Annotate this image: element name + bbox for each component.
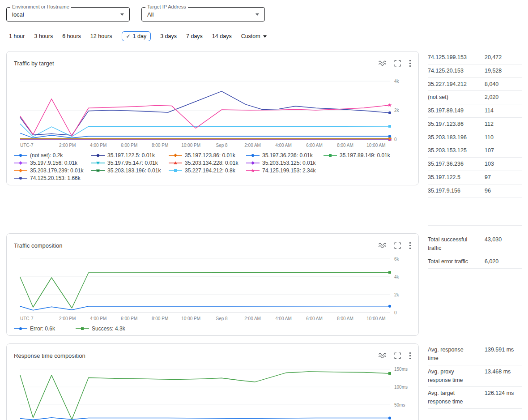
environment-select-value: local	[12, 11, 24, 18]
legend-item[interactable]: 35.203.183.196: 0.01k	[91, 167, 169, 174]
legend-item[interactable]: Success: 4.3k	[76, 326, 125, 332]
series-marker-icon	[169, 168, 182, 173]
legend-item[interactable]: 35.197.95.147: 0.01k	[91, 160, 169, 166]
legend-item[interactable]: 35.197.122.5: 0.01k	[91, 152, 169, 159]
legend-item[interactable]: 35.197.123.86: 0.01k	[169, 152, 246, 159]
legend-label: (not set): 0.2k	[30, 152, 63, 159]
legend-item[interactable]: 35.197.36.236: 0.01k	[246, 152, 324, 159]
legend-item[interactable]: 35.203.179.239: 0.01k	[14, 167, 91, 174]
time-range-selector: 1 hour3 hours6 hours12 hours✓1 day3 days…	[0, 21, 528, 39]
traffic-by-target-row: Traffic by target 02k4kUTC-72:00 PM4:00 …	[6, 51, 522, 226]
time-range-7-days[interactable]: 7 days	[186, 33, 203, 39]
svg-text:2:00 AM: 2:00 AM	[244, 143, 261, 148]
table-row-value: 13.468 ms	[485, 368, 511, 376]
svg-text:Sep 8: Sep 8	[216, 143, 228, 148]
time-range-label: 14 days	[212, 33, 232, 39]
response-time-table: Avg. response time139.591 msAvg. proxy r…	[428, 343, 522, 409]
chart-style-icon[interactable]	[378, 352, 386, 359]
svg-text:10:00 AM: 10:00 AM	[366, 316, 385, 321]
table-row-value: 103	[485, 160, 494, 168]
legend-label: 74.125.20.153: 1.66k	[30, 175, 81, 181]
more-options-icon[interactable]	[409, 60, 411, 67]
table-row: (not set)2,020	[428, 91, 522, 104]
card-actions	[378, 352, 411, 360]
fullscreen-icon[interactable]	[394, 352, 401, 359]
time-range-label: 7 days	[186, 33, 203, 39]
check-icon: ✓	[126, 33, 131, 39]
more-options-icon[interactable]	[409, 352, 411, 360]
time-range-6-hours[interactable]: 6 hours	[62, 33, 81, 39]
legend-label: 35.197.9.156: 0.01k	[30, 160, 77, 166]
svg-text:4k: 4k	[394, 79, 400, 84]
table-row: Total error traffic6,020	[428, 255, 522, 269]
dropdown-caret-icon	[120, 13, 124, 16]
series-marker-icon	[14, 153, 27, 158]
table-row: 35.197.9.15696	[428, 184, 522, 198]
response-time-row: Response time composition 050ms100ms150m…	[6, 343, 522, 420]
series-marker-icon	[14, 326, 27, 331]
dropdown-caret-icon	[255, 13, 259, 16]
table-row-label: Total successful traffic	[428, 236, 474, 253]
fullscreen-icon[interactable]	[394, 60, 401, 67]
table-row-label: 35.197.9.156	[428, 187, 474, 195]
legend-item[interactable]: (not set): 0.2k	[14, 152, 91, 159]
time-range-14-days[interactable]: 14 days	[212, 33, 232, 39]
filters-row: Environment or Hostname local Target IP …	[0, 0, 528, 21]
svg-text:4k: 4k	[394, 274, 400, 279]
chart-style-icon[interactable]	[378, 242, 386, 249]
environment-select[interactable]: Environment or Hostname local	[6, 7, 130, 21]
svg-text:4:00 AM: 4:00 AM	[275, 316, 292, 321]
svg-text:2:00 AM: 2:00 AM	[244, 316, 261, 321]
table-row: 35.227.194.2128,040	[428, 78, 522, 91]
table-row-value: 112	[485, 120, 494, 129]
legend-label: 35.197.122.5: 0.01k	[107, 152, 155, 159]
traffic-composition-table: Total successful traffic43,030Total erro…	[428, 233, 522, 268]
card-title: Response time composition	[14, 352, 85, 359]
time-range-label: 1 day	[133, 33, 147, 39]
table-row-value: 110	[485, 133, 494, 142]
svg-text:6:00 PM: 6:00 PM	[121, 316, 137, 321]
legend-item[interactable]: 35.203.153.125: 0.01k	[246, 160, 324, 166]
card-title: Traffic composition	[14, 242, 62, 249]
legend-item[interactable]: Error: 0.6k	[14, 326, 55, 332]
table-row-label: 74.125.20.153	[428, 67, 474, 75]
legend-item[interactable]: 35.227.194.212: 0.8k	[169, 167, 246, 174]
time-range-label: 6 hours	[62, 33, 81, 39]
legend-label: 35.197.89.149: 0.01k	[340, 152, 390, 159]
svg-text:8:00 AM: 8:00 AM	[337, 143, 353, 148]
series-marker-icon	[14, 176, 27, 181]
chart-style-icon[interactable]	[378, 60, 386, 67]
legend-item[interactable]: 35.197.89.149: 0.01k	[324, 152, 401, 159]
table-row-label: 35.197.123.86	[428, 120, 474, 129]
target-ip-select-label: Target IP Address	[145, 4, 188, 9]
legend-label: 35.197.123.86: 0.01k	[185, 152, 235, 159]
fullscreen-icon[interactable]	[394, 242, 401, 249]
table-row: 35.197.89.149114	[428, 104, 522, 118]
svg-text:10:00 PM: 10:00 PM	[181, 143, 200, 148]
legend-item[interactable]: 74.125.20.153: 1.66k	[14, 175, 91, 181]
legend-item[interactable]: 35.203.134.228: 0.01k	[169, 160, 246, 166]
legend-item[interactable]: 35.197.9.156: 0.01k	[14, 160, 91, 166]
svg-text:0: 0	[394, 137, 397, 142]
time-range-1-hour[interactable]: 1 hour	[9, 33, 25, 39]
svg-text:UTC-7: UTC-7	[20, 143, 34, 148]
time-range-1-day[interactable]: ✓1 day	[122, 31, 151, 41]
series-marker-icon	[246, 160, 260, 166]
series-marker-icon	[91, 160, 105, 166]
svg-text:UTC-7: UTC-7	[20, 316, 34, 321]
svg-text:6:00 PM: 6:00 PM	[121, 143, 137, 148]
time-range-custom[interactable]: Custom	[241, 33, 267, 39]
target-ip-select[interactable]: Target IP Address All	[141, 7, 265, 21]
table-row-label: (not set)	[428, 93, 474, 102]
traffic-by-target-chart: 02k4kUTC-72:00 PM4:00 PM6:00 PM8:00 PM10…	[14, 69, 411, 151]
card-traffic-by-target: Traffic by target 02k4kUTC-72:00 PM4:00 …	[6, 51, 419, 185]
traffic-by-target-legend: (not set): 0.2k35.197.122.5: 0.01k35.197…	[14, 152, 411, 181]
time-range-3-days[interactable]: 3 days	[160, 33, 177, 39]
card-response-time-composition: Response time composition 050ms100ms150m…	[6, 343, 419, 420]
time-range-12-hours[interactable]: 12 hours	[90, 33, 112, 39]
more-options-icon[interactable]	[409, 242, 411, 249]
svg-text:6k: 6k	[394, 257, 400, 261]
legend-item[interactable]: 74.125.199.153: 2.34k	[246, 167, 324, 174]
table-row-value: 20,472	[485, 53, 502, 62]
time-range-3-hours[interactable]: 3 hours	[34, 33, 53, 39]
